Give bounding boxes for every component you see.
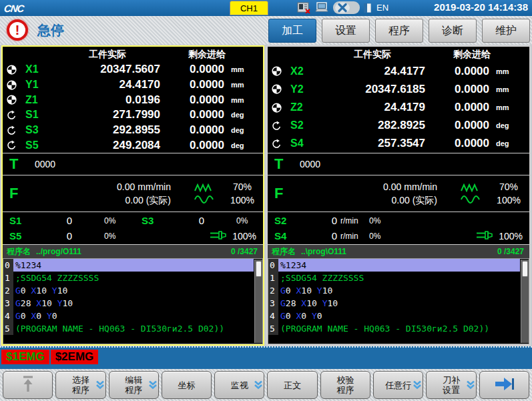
feed-actual: 0.00 (实际) (300, 193, 437, 207)
axis-rows: X224.41770.0000mmY220347.61850.0000mmZ22… (268, 62, 529, 153)
spindle-name: S5 (3, 230, 33, 242)
feed-override-icon (194, 195, 214, 204)
axis-name: Y1 (20, 79, 55, 91)
tool-value: 0000 (300, 159, 320, 169)
select-program-button[interactable]: 选择程序 (55, 371, 105, 399)
tab-维护[interactable]: 维护 (482, 19, 530, 43)
program-line-text: G0 X0 Y0 (13, 310, 254, 322)
tool-comp-button[interactable]: 刀补设置 (426, 371, 476, 399)
spindle-unit: r/min (337, 216, 369, 226)
machine-status-icon[interactable] (297, 2, 310, 13)
disconnect-icon[interactable] (333, 1, 360, 14)
tab-程序[interactable]: 程序 (375, 19, 423, 43)
program-listing[interactable]: 0%12341;SSDG54 ZZZZSSSS2G0 X10 Y103G28 X… (3, 258, 263, 344)
axis-remain-value: 0.0000 (160, 139, 224, 152)
axis-unit: deg (224, 111, 254, 119)
program-line[interactable]: 3G28 X10 Y10 (3, 297, 262, 310)
program-scrollbar[interactable] (521, 260, 529, 343)
program-line-text: G0 X10 Y10 (278, 284, 520, 297)
axis-unit: deg (224, 141, 254, 149)
program-line-number: 5 (268, 322, 278, 335)
program-line[interactable]: 2G0 X10 Y10 (3, 284, 262, 297)
axis-remain-value: 0.0000 (425, 83, 489, 96)
tab-设置[interactable]: 设置 (322, 19, 370, 43)
rapid-override-icon (461, 183, 481, 192)
program-line-text: (PROGRAM NAME - HQ063 - DI530ги2.5 D02)) (278, 322, 520, 335)
axis-actual-value: 271.7990 (55, 108, 160, 121)
axis-unit: mm (489, 103, 519, 111)
program-line-counter: 0 /3427 (231, 247, 263, 256)
mode-tabs: 加工设置程序诊断维护 (268, 19, 530, 43)
program-name-bar: 程序名..\prog\O1110 /3427 (268, 244, 529, 258)
any-line-button[interactable]: 任意行 (373, 371, 423, 399)
monitor-button[interactable]: 监视 (214, 371, 264, 399)
axis-actual-value: 24.4170 (55, 78, 160, 91)
axis-unit: mm (224, 96, 254, 104)
softkey-label: 编辑 (125, 375, 142, 385)
spindle-percent: 0% (236, 216, 267, 226)
program-line[interactable]: 5(PROGRAM NAME - HQ063 - DI530ги2.5 D02)… (268, 322, 529, 335)
axis-name: S3 (20, 124, 55, 136)
program-line-text: G0 X10 Y10 (13, 284, 254, 297)
feed-override-percent: 100% (222, 193, 263, 207)
program-line[interactable]: 2G0 X10 Y10 (268, 284, 529, 297)
spindle-override-icon (210, 230, 228, 242)
program-scrollbar[interactable] (254, 260, 262, 343)
axis-unit: deg (224, 126, 254, 134)
program-line-number: 2 (268, 284, 278, 297)
axis-table-header: 工件实际剩余进给 (268, 47, 529, 62)
program-line[interactable]: 0%1234 (3, 259, 262, 272)
next-menu-button[interactable] (479, 371, 529, 399)
linear-axis-icon (3, 80, 20, 90)
axis-row-X2: X224.41770.0000mm (268, 62, 529, 80)
text-button[interactable]: 正文 (267, 371, 317, 399)
softkey-label: 刀补 (443, 375, 460, 385)
program-line[interactable]: 5(PROGRAM NAME - HQ063 - DI530ги2.5 D02)… (3, 322, 262, 335)
language-icon[interactable] (364, 3, 371, 13)
main-area: 工件实际剩余进给X120347.56070.0000mmY124.41700.0… (0, 45, 532, 346)
feed-section: F0.00 mm/min0.00 (实际)70%100% (3, 175, 263, 212)
axis-unit: deg (489, 139, 519, 147)
axis-name: S1 (20, 109, 55, 121)
spindle-value: 0 (298, 215, 337, 226)
program-line-number: 4 (268, 310, 278, 322)
program-line[interactable]: 4G0 X0 Y0 (3, 310, 262, 322)
program-line[interactable]: 4G0 X0 Y0 (268, 310, 529, 322)
program-line[interactable]: 1;SSDG54 ZZZZSSSS (268, 272, 529, 284)
spindle-value: 0 (33, 215, 72, 226)
program-listing[interactable]: 0%12341;SSDG54 ZZZZSSSS2G0 X10 Y103G28 X… (268, 258, 529, 344)
spindle-value: 0 (166, 215, 204, 226)
spindle-S2: S20r/min0% (268, 215, 400, 226)
axis-name: X1 (20, 63, 55, 75)
tab-加工[interactable]: 加工 (268, 19, 316, 43)
spindle-value: 0 (298, 230, 337, 242)
return-button[interactable] (3, 371, 53, 399)
program-line[interactable]: 3G28 X10 Y10 (268, 297, 529, 310)
rapid-override-percent: 70% (488, 180, 529, 193)
axis-rows: X120347.56070.0000mmY124.41700.0000mmZ10… (3, 62, 263, 153)
spindle-override: 100% (476, 230, 523, 242)
program-line[interactable]: 0%1234 (268, 259, 529, 272)
spindle-section: S20r/min0%S40r/min0%100% (268, 212, 529, 244)
spindle-row: S100%S300% (3, 214, 263, 228)
col-header-actual: 工件实际 (320, 49, 425, 61)
alarm-bar: $1EMG$2EMG (0, 346, 532, 369)
language-label[interactable]: EN (376, 3, 388, 13)
spindle-S1: S100% (3, 215, 135, 226)
scrollbar-thumb[interactable] (256, 261, 262, 277)
tab-诊断[interactable]: 诊断 (429, 19, 477, 43)
softkey-label: 程序 (125, 385, 142, 395)
program-line-number: 5 (3, 322, 13, 335)
axis-row-X1: X120347.56070.0000mm (3, 62, 263, 77)
coordinates-button[interactable]: 坐标 (162, 371, 212, 399)
program-line[interactable]: 1;SSDG54 ZZZZSSSS (3, 272, 262, 284)
spindle-override-percent: 100% (232, 231, 256, 242)
laptop-icon[interactable] (314, 2, 329, 13)
scrollbar-thumb[interactable] (522, 261, 528, 277)
program-name-bar: 程序名../prog/O1110 /3427 (3, 244, 263, 258)
verify-program-button[interactable]: 校验程序 (320, 371, 370, 399)
chevron-down-icon (467, 381, 475, 390)
channel-tab[interactable]: CH1 (230, 1, 268, 15)
axis-name: Z1 (20, 94, 55, 106)
edit-program-button[interactable]: 编辑程序 (109, 371, 159, 399)
